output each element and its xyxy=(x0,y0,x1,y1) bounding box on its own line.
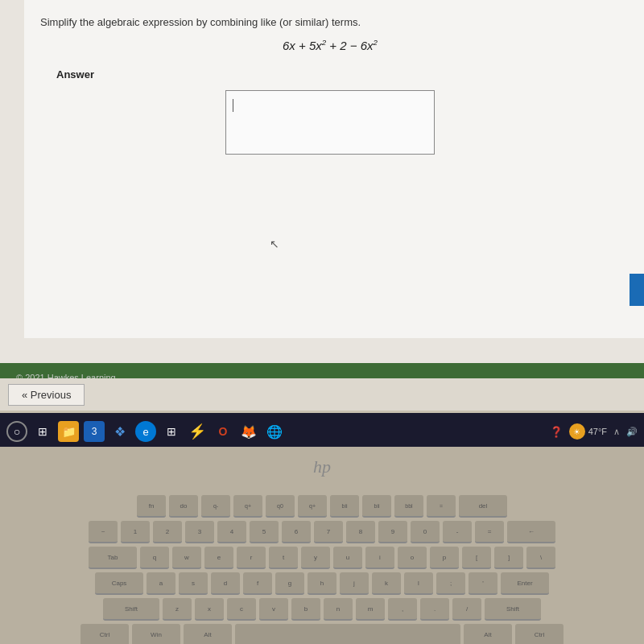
key-f7[interactable]: bbl xyxy=(394,495,423,518)
key-c[interactable]: c xyxy=(227,598,256,621)
taskbar-right: ❓ ☀ 47°F ∧ 🔊 xyxy=(550,423,638,440)
chrome-icon[interactable]: 🌐 xyxy=(264,421,285,442)
key-x[interactable]: x xyxy=(195,598,224,621)
key-r[interactable]: r xyxy=(237,547,266,569)
edge-icon[interactable]: e xyxy=(135,421,156,442)
key-9[interactable]: 9 xyxy=(378,521,407,543)
key-v[interactable]: v xyxy=(259,598,288,621)
previous-button[interactable]: « Previous xyxy=(8,384,85,406)
laptop-screen: Simplify the algebraic expression by com… xyxy=(0,0,644,394)
key-1[interactable]: 1 xyxy=(121,521,150,543)
key-y[interactable]: y xyxy=(301,547,330,569)
key-0[interactable]: 0 xyxy=(411,521,440,543)
key-f1[interactable]: q- xyxy=(201,495,230,518)
key-5[interactable]: 5 xyxy=(250,521,279,543)
system-tray-extra: 🔊 xyxy=(626,427,638,437)
key-period[interactable]: . xyxy=(420,598,449,621)
key-e[interactable]: e xyxy=(204,547,233,569)
key-lbracket[interactable]: [ xyxy=(462,547,491,569)
key-space[interactable] xyxy=(235,624,460,644)
key-backslash[interactable]: \ xyxy=(526,547,555,569)
key-enter[interactable]: Enter xyxy=(501,572,549,595)
key-z[interactable]: z xyxy=(163,598,192,621)
key-b[interactable]: b xyxy=(291,598,320,621)
submit-button-edge[interactable] xyxy=(630,274,644,306)
key-s[interactable]: s xyxy=(179,572,208,595)
key-tab[interactable]: Tab xyxy=(89,547,137,569)
key-k[interactable]: k xyxy=(372,572,401,595)
key-rbracket[interactable]: ] xyxy=(494,547,523,569)
hp-logo-area: hp xyxy=(0,447,644,487)
key-do[interactable]: do xyxy=(169,495,198,518)
weather-info: ☀ 47°F xyxy=(569,423,607,440)
key-lctrl[interactable]: Ctrl xyxy=(80,624,129,644)
key-lshift[interactable]: Shift xyxy=(103,598,159,621)
key-rctrl[interactable]: Ctrl xyxy=(515,624,564,644)
key-q[interactable]: q xyxy=(140,547,169,569)
math-expression: 6x + 5x2 + 2 − 6x2 xyxy=(40,38,620,52)
key-backspace[interactable]: ← xyxy=(507,521,555,543)
key-semicolon[interactable]: ; xyxy=(436,572,465,595)
folder-blue-icon[interactable]: 3 xyxy=(84,421,105,442)
key-m[interactable]: m xyxy=(356,598,385,621)
key-h[interactable]: h xyxy=(308,572,336,595)
key-f6[interactable]: bii xyxy=(362,495,391,518)
dropbox-icon[interactable]: ❖ xyxy=(109,421,130,442)
file-explorer-icon[interactable]: 📁 xyxy=(58,421,79,442)
question-mark-icon[interactable]: ❓ xyxy=(550,426,563,438)
flash-icon[interactable]: ⚡ xyxy=(187,421,208,442)
key-u[interactable]: u xyxy=(333,547,362,569)
key-caps[interactable]: Caps xyxy=(95,572,143,595)
key-ralt[interactable]: Alt xyxy=(464,624,512,644)
key-tilde[interactable]: ~ xyxy=(89,521,118,543)
key-equals[interactable]: = xyxy=(475,521,504,543)
key-f5[interactable]: bii xyxy=(330,495,359,518)
key-l[interactable]: l xyxy=(404,572,433,595)
key-comma[interactable]: , xyxy=(388,598,417,621)
key-a[interactable]: a xyxy=(147,572,175,595)
key-4[interactable]: 4 xyxy=(217,521,246,543)
keyboard-row-asdf: Caps a s d f g h j k l ; ' Enter xyxy=(0,572,644,595)
key-p[interactable]: p xyxy=(430,547,459,569)
key-n[interactable]: n xyxy=(324,598,353,621)
key-rshift[interactable]: Shift xyxy=(485,598,541,621)
key-g[interactable]: g xyxy=(275,572,304,595)
key-win[interactable]: Win xyxy=(132,624,180,644)
key-8[interactable]: 8 xyxy=(346,521,375,543)
key-3[interactable]: 3 xyxy=(185,521,214,543)
weather-icon: ☀ xyxy=(569,423,585,440)
key-slash[interactable]: / xyxy=(452,598,481,621)
hp-logo: hp xyxy=(313,456,331,477)
temperature: 47°F xyxy=(588,427,607,436)
key-f8[interactable]: = xyxy=(427,495,456,518)
key-d[interactable]: d xyxy=(211,572,240,595)
key-fn[interactable]: fn xyxy=(137,495,166,518)
key-t[interactable]: t xyxy=(269,547,298,569)
task-view-icon[interactable]: ⊞ xyxy=(32,421,53,442)
key-i[interactable]: i xyxy=(365,547,394,569)
key-lalt[interactable]: Alt xyxy=(184,624,232,644)
firefox-icon[interactable]: 🦊 xyxy=(238,421,259,442)
key-2[interactable]: 2 xyxy=(153,521,182,543)
answer-label: Answer xyxy=(40,68,620,80)
key-del[interactable]: del xyxy=(459,495,507,518)
key-f4[interactable]: q+ xyxy=(298,495,327,518)
system-tray-chevron[interactable]: ∧ xyxy=(613,427,620,437)
answer-input-box[interactable] xyxy=(225,90,435,155)
key-j[interactable]: j xyxy=(340,572,369,595)
question-instruction: Simplify the algebraic expression by com… xyxy=(40,16,620,28)
key-7[interactable]: 7 xyxy=(314,521,343,543)
key-quote[interactable]: ' xyxy=(469,572,497,595)
key-w[interactable]: w xyxy=(172,547,201,569)
key-f2[interactable]: q+ xyxy=(233,495,262,518)
keyboard-area: fn do q- q+ q0 q+ bii bii bbl = del ~ 1 … xyxy=(0,487,644,644)
key-minus[interactable]: - xyxy=(443,521,472,543)
key-f[interactable]: f xyxy=(243,572,272,595)
answer-box-container xyxy=(40,90,620,155)
key-o[interactable]: o xyxy=(398,547,427,569)
office-icon[interactable]: O xyxy=(213,421,233,442)
windows-store-icon[interactable]: ⊞ xyxy=(161,421,182,442)
key-6[interactable]: 6 xyxy=(282,521,311,543)
search-icon[interactable]: ○ xyxy=(6,421,27,442)
key-f3[interactable]: q0 xyxy=(266,495,295,518)
